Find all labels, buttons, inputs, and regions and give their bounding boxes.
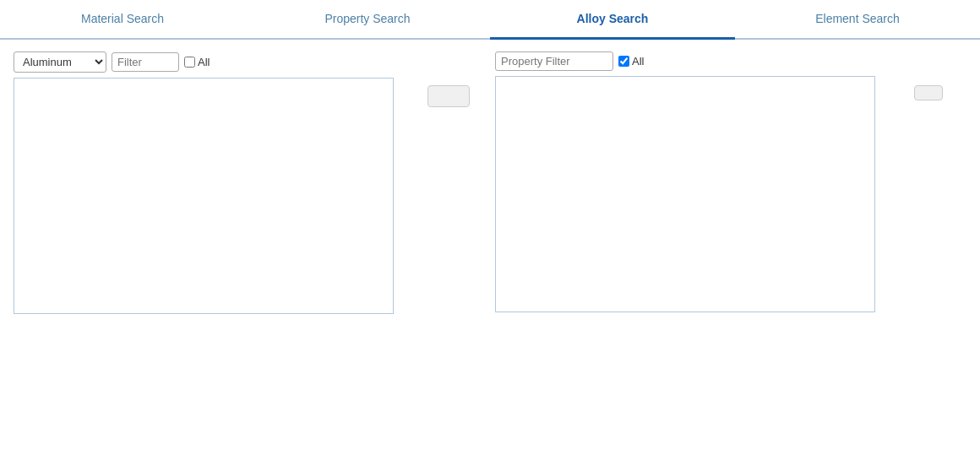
query-panel <box>890 51 966 100</box>
query-button[interactable] <box>914 85 943 100</box>
middle-panel <box>402 51 495 107</box>
all-checkbox-right-label: All <box>618 55 644 68</box>
left-top-controls: AluminumSteelTitaniumCopper All <box>14 51 402 73</box>
all-checkbox-right[interactable] <box>618 56 629 67</box>
alloy-list-box[interactable] <box>14 78 394 314</box>
controls-row: AluminumSteelTitaniumCopper All All <box>14 51 966 314</box>
all-label-text: All <box>198 56 210 68</box>
all-checkbox-label: All <box>184 56 210 68</box>
all-checkbox-left[interactable] <box>184 57 195 68</box>
property-list-box[interactable] <box>495 76 875 312</box>
main-content: AluminumSteelTitaniumCopper All All <box>0 40 980 334</box>
next-button[interactable] <box>427 85 470 107</box>
all-label-right-text: All <box>632 55 644 68</box>
alloy-select[interactable]: AluminumSteelTitaniumCopper <box>14 51 106 73</box>
right-top-controls: All <box>495 51 890 71</box>
tab-material[interactable]: Material Search <box>0 0 245 40</box>
right-panel: All <box>495 51 890 312</box>
filter-input[interactable] <box>112 52 179 72</box>
tab-element[interactable]: Element Search <box>735 0 980 40</box>
tab-bar: Material SearchProperty SearchAlloy Sear… <box>0 0 980 40</box>
tab-alloy[interactable]: Alloy Search <box>490 0 735 40</box>
tab-property[interactable]: Property Search <box>245 0 490 40</box>
property-filter-input[interactable] <box>495 51 613 71</box>
left-panel: AluminumSteelTitaniumCopper All <box>14 51 402 314</box>
